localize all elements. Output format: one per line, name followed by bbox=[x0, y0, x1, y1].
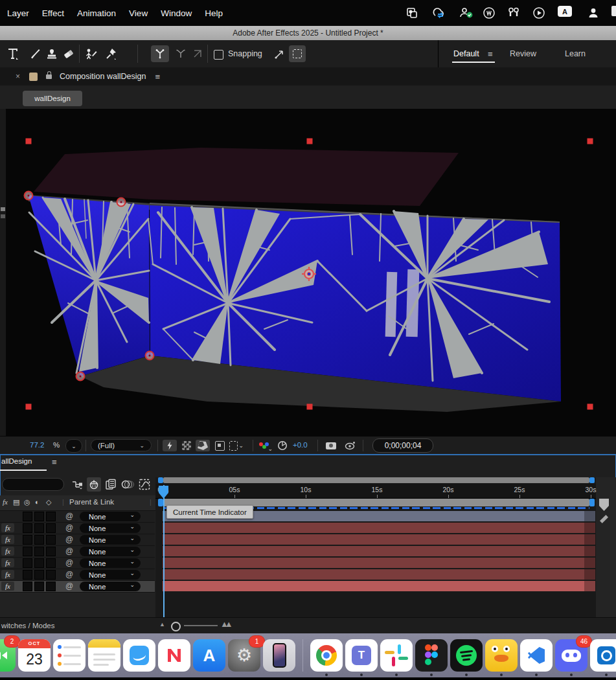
world-axis-mode-button[interactable] bbox=[173, 45, 188, 62]
switch-box[interactable] bbox=[47, 524, 55, 532]
dock-settings-icon[interactable]: ⚙ 1 bbox=[228, 639, 260, 672]
fast-previews-button[interactable] bbox=[163, 440, 177, 451]
toggle-switches-modes-button[interactable]: witches / Modes bbox=[1, 622, 54, 629]
zoom-out-mountain-icon[interactable]: ▲ bbox=[159, 621, 165, 628]
eraser-tool[interactable] bbox=[61, 45, 76, 62]
layer-row-selected[interactable]: fx None bbox=[0, 581, 616, 592]
current-time-indicator-line[interactable] bbox=[163, 485, 165, 617]
pick-whip-icon[interactable] bbox=[65, 558, 73, 567]
layer-duration-bar[interactable] bbox=[163, 523, 595, 533]
parent-link-dropdown[interactable]: None bbox=[80, 570, 141, 580]
parent-link-dropdown[interactable]: None bbox=[80, 512, 141, 521]
type-tool[interactable] bbox=[5, 45, 21, 62]
title-bar[interactable]: Adobe After Effects 2025 - Untitled Proj… bbox=[0, 26, 616, 41]
magnification-dropdown[interactable]: ⌄ bbox=[65, 439, 82, 453]
switch-box[interactable] bbox=[23, 571, 32, 579]
graph-editor-toggle[interactable] bbox=[137, 477, 152, 492]
view-axis-mode-button[interactable] bbox=[190, 45, 205, 62]
work-area-start-handle[interactable] bbox=[158, 499, 163, 506]
teams-check-icon[interactable] bbox=[459, 6, 474, 20]
show-snapshot-button[interactable] bbox=[343, 440, 358, 451]
region-of-interest-button[interactable] bbox=[212, 440, 227, 451]
menu-effect[interactable]: Effect bbox=[42, 8, 64, 18]
fx-column-header[interactable]: fx bbox=[3, 498, 8, 506]
pick-whip-icon[interactable] bbox=[65, 547, 73, 556]
frame-blend-column-icon[interactable]: ▤ bbox=[13, 498, 19, 506]
breadcrumb[interactable]: wallDesign bbox=[23, 91, 82, 106]
dock-chrome-icon[interactable] bbox=[310, 639, 343, 672]
zoom-in-mountains-icon[interactable]: ▲▲ bbox=[220, 619, 229, 629]
menu-animation[interactable]: Animation bbox=[77, 8, 116, 18]
adjustment-layer-column-icon[interactable]: ◐ bbox=[35, 498, 40, 506]
layer-duration-bar[interactable] bbox=[163, 534, 595, 545]
scrollbar-right-cap[interactable] bbox=[589, 477, 595, 483]
parent-link-column-header[interactable]: Parent & Link bbox=[69, 498, 114, 506]
dock-notes-icon[interactable] bbox=[88, 639, 120, 672]
outlook-icon[interactable] bbox=[405, 6, 418, 20]
timeline-zoom-slider-knob[interactable] bbox=[171, 622, 181, 631]
layer-row-controls[interactable]: fx None bbox=[0, 558, 155, 569]
fx-badge[interactable]: fx bbox=[1, 582, 14, 591]
switch-box[interactable] bbox=[35, 536, 43, 544]
work-area-end-handle[interactable] bbox=[589, 499, 595, 506]
dock-spotify-icon[interactable] bbox=[450, 639, 483, 672]
parent-link-dropdown[interactable]: None bbox=[80, 523, 141, 533]
switch-box[interactable] bbox=[23, 512, 32, 521]
resolution-dropdown[interactable]: (Full)⌄ bbox=[91, 439, 152, 451]
panel-menu-icon[interactable]: ≡ bbox=[155, 72, 160, 82]
creative-cloud-sync-icon[interactable] bbox=[430, 6, 447, 20]
pick-whip-icon[interactable] bbox=[65, 512, 73, 521]
composition-tab-title[interactable]: Composition wallDesign bbox=[60, 72, 146, 81]
close-panel-icon[interactable]: × bbox=[16, 72, 20, 81]
snapping-checkbox[interactable] bbox=[214, 50, 223, 60]
dock-cyberduck-icon[interactable] bbox=[485, 639, 518, 672]
timeline-search-input[interactable] bbox=[2, 478, 64, 491]
dock-slack-icon[interactable] bbox=[380, 639, 413, 672]
dock-reminders-icon[interactable] bbox=[53, 639, 86, 672]
snapshot-button[interactable] bbox=[324, 440, 338, 451]
fx-badge[interactable]: fx bbox=[1, 523, 14, 532]
workspace-menu-icon[interactable]: ≡ bbox=[488, 49, 493, 59]
dock-news-icon[interactable] bbox=[158, 639, 190, 672]
layer-row-controls[interactable]: fx None bbox=[0, 523, 155, 534]
dock-figma-icon[interactable] bbox=[415, 639, 448, 672]
shy-layers-toggle[interactable] bbox=[87, 477, 101, 492]
menu-view[interactable]: View bbox=[129, 8, 148, 18]
lock-icon[interactable] bbox=[46, 74, 52, 79]
dock-iphone-mirroring-icon[interactable] bbox=[263, 639, 295, 672]
switch-box[interactable] bbox=[23, 536, 32, 544]
threed-layer-column-icon[interactable]: ◇ bbox=[46, 498, 51, 506]
dock-appstore-icon[interactable]: A bbox=[193, 639, 225, 672]
timeline-zoom-slider-track[interactable] bbox=[184, 625, 218, 626]
pin-tool[interactable] bbox=[104, 45, 119, 62]
w-circle-icon[interactable] bbox=[483, 6, 496, 20]
motion-blur-column-icon[interactable]: ◎ bbox=[24, 498, 30, 506]
exposure-value[interactable]: +0.0 bbox=[293, 441, 308, 449]
layer-duration-bar[interactable] bbox=[163, 558, 595, 568]
switch-box[interactable] bbox=[23, 547, 32, 556]
dock-outlook-icon[interactable] bbox=[590, 639, 616, 672]
switch-box[interactable] bbox=[35, 559, 43, 567]
switch-box[interactable] bbox=[47, 571, 55, 579]
airpods-icon[interactable] bbox=[505, 6, 522, 20]
fx-badge[interactable]: fx bbox=[1, 547, 14, 556]
current-timecode[interactable]: 0;00;00;04 bbox=[372, 438, 433, 453]
timeline-panel-menu-icon[interactable]: ≡ bbox=[52, 457, 57, 467]
switch-box[interactable] bbox=[35, 571, 43, 579]
switch-box[interactable] bbox=[47, 536, 55, 544]
clone-stamp-tool[interactable] bbox=[44, 45, 60, 62]
snap-arrow-icon[interactable] bbox=[272, 45, 288, 62]
fx-badge[interactable]: fx bbox=[1, 535, 14, 544]
switch-box[interactable] bbox=[47, 582, 55, 591]
switch-box[interactable] bbox=[35, 512, 43, 521]
fx-badge[interactable]: fx bbox=[1, 558, 14, 567]
pick-whip-icon[interactable] bbox=[65, 523, 73, 532]
layer-row[interactable]: fx None bbox=[0, 569, 616, 580]
layer-row-controls[interactable]: fx None bbox=[0, 534, 155, 546]
workspace-tab-learn[interactable]: Learn bbox=[565, 49, 586, 58]
dock-teams-icon[interactable]: T bbox=[345, 639, 378, 672]
dock-freeform-icon[interactable] bbox=[123, 639, 155, 672]
layer-duration-bar[interactable] bbox=[163, 581, 595, 591]
layer-row[interactable]: fx None bbox=[0, 523, 616, 534]
reset-exposure-button[interactable] bbox=[275, 440, 290, 451]
